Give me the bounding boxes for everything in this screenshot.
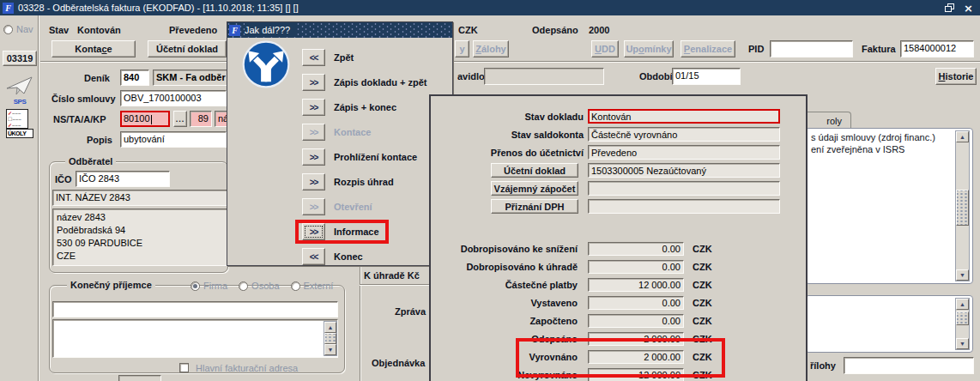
penalizace-button[interactable]: Penalizace: [681, 40, 735, 57]
prijemce-name-input[interactable]: [52, 301, 338, 318]
scroll-track[interactable]: [956, 142, 969, 269]
hlavni-adresa-checkbox[interactable]: [179, 363, 189, 372]
menu-arrow-button[interactable]: <<: [302, 49, 325, 66]
prijemce-scrollbar[interactable]: ▲ ▼: [324, 321, 337, 356]
popup-menu-item[interactable]: << Konec: [299, 248, 369, 265]
prijemce-address-textarea[interactable]: [52, 319, 338, 358]
window-titlebar: F 03328 - Odběratelská faktura (EKODFAD)…: [0, 0, 980, 15]
doc-row-button[interactable]: Přiznání DPH: [491, 199, 578, 214]
ns-lookup-button[interactable]: ...: [173, 111, 187, 127]
menu-arrow-button[interactable]: >>: [302, 99, 325, 116]
popup-menu-item[interactable]: >> Kontace: [299, 124, 377, 141]
radio-icon[interactable]: [291, 281, 300, 291]
scroll-track[interactable]: [324, 333, 336, 344]
kontace-button[interactable]: Kontace: [51, 40, 136, 57]
obdobi-field[interactable]: 01/15: [672, 68, 741, 85]
cut-button-fragment[interactable]: y: [455, 40, 469, 57]
popup-menu-item[interactable]: >> Rozpis úhrad: [299, 173, 400, 190]
amount-row-value: 0.00: [588, 242, 684, 256]
popup-icon: F: [229, 25, 240, 36]
amount-currency: CZK: [693, 280, 712, 290]
kontroly-listbox[interactable]: s údaji smlouvy (zdroj financ.)ení zveře…: [805, 128, 973, 284]
historie-button[interactable]: Historie: [935, 68, 977, 85]
pravidlo-field: [484, 68, 604, 85]
popis-field[interactable]: ubytování: [120, 131, 227, 148]
pid-label: PID: [748, 44, 764, 54]
menu-arrow-button[interactable]: <<: [302, 248, 325, 265]
status-row: Stav saldokonta Částečně vyrovnáno: [431, 125, 806, 143]
prijemce-radio-item[interactable]: Osoba: [239, 281, 279, 291]
app-window: { "titlebar": { "icon": "F", "title": "0…: [0, 0, 980, 381]
scroll-track[interactable]: [956, 310, 969, 338]
doc-row-button[interactable]: Vzájemný zápočet: [491, 181, 578, 196]
scroll-up-icon[interactable]: ▲: [324, 322, 336, 333]
nav-radio-group[interactable]: Nav: [3, 24, 33, 34]
prilohy-scrollbar[interactable]: ▲ ▼: [955, 298, 970, 350]
zalohy-button[interactable]: Zálohy: [473, 40, 509, 57]
menu-arrow-button[interactable]: >>: [302, 124, 325, 141]
sps-button[interactable]: SPS: [5, 76, 34, 106]
radio-icon[interactable]: [239, 281, 248, 291]
menu-arrow-button[interactable]: >>: [302, 148, 325, 166]
denik-code-field[interactable]: 840: [120, 70, 149, 86]
popup-menu-item[interactable]: >> Zápis + konec: [299, 99, 402, 116]
app-icon: F: [3, 3, 14, 14]
popup-menu-item[interactable]: >> Zápis dokladu + zpět: [299, 74, 433, 91]
page-number-button[interactable]: 03319: [3, 51, 37, 66]
scroll-thumb[interactable]: [956, 190, 969, 226]
ns-code-field[interactable]: 89: [190, 111, 212, 127]
popup-menu-item[interactable]: >> Informace: [299, 223, 385, 240]
scroll-up-icon[interactable]: ▲: [956, 299, 969, 310]
radio-label: Externí: [304, 281, 334, 291]
menu-arrow-button[interactable]: >>: [302, 173, 325, 190]
prilohy-textarea[interactable]: [805, 295, 973, 353]
scroll-up-icon[interactable]: ▲: [956, 131, 969, 142]
menu-arrow-button[interactable]: >>: [302, 74, 325, 91]
prevedeno-label: Převedeno: [169, 25, 217, 35]
ns-field[interactable]: 80100: [120, 111, 170, 127]
menu-item-label: Zápis + konec: [334, 102, 396, 112]
close-icon[interactable]: ×: [964, 3, 973, 14]
toolbar-divider: [40, 61, 980, 63]
menu-arrow-button[interactable]: >>: [302, 223, 325, 240]
sps-label: SPS: [5, 98, 34, 106]
stav-label: Stav: [49, 25, 69, 35]
nav-radio[interactable]: [3, 25, 13, 34]
kontroly-scrollbar[interactable]: ▲ ▼: [955, 130, 970, 281]
objednavka-label: Objednávka: [372, 358, 425, 368]
radio-icon[interactable]: [191, 281, 200, 291]
scroll-down-icon[interactable]: ▼: [956, 269, 969, 281]
doc-row-button[interactable]: Účetní doklad: [491, 163, 578, 178]
udd-button[interactable]: UDD: [591, 40, 619, 57]
informace-panel: Stav dokladu Kontován Stav saldokonta Čá…: [429, 94, 808, 381]
prijemce-radio-item[interactable]: Externí: [291, 281, 334, 291]
paper-plane-icon: [6, 76, 33, 96]
vyrovnano-highlight-box: [516, 338, 725, 378]
status-row-label: Stav saldokonta: [431, 130, 584, 140]
pid-input[interactable]: [770, 40, 853, 57]
scroll-thumb[interactable]: [956, 311, 969, 325]
upominky-button[interactable]: Upomínky: [624, 40, 674, 57]
menu-arrow-button[interactable]: >>: [302, 198, 325, 215]
ico-label: IČO: [55, 174, 72, 184]
penalizace-post: enalizace: [690, 44, 732, 54]
prijemce-radio-item[interactable]: Firma: [191, 281, 227, 291]
ico-field[interactable]: IČO 2843: [76, 171, 170, 187]
scroll-thumb[interactable]: [324, 333, 336, 344]
scroll-down-icon[interactable]: ▼: [956, 338, 969, 349]
ucetni-doklad-toolbar-button[interactable]: Účetní doklad: [148, 40, 227, 57]
scroll-down-icon[interactable]: ▼: [324, 344, 336, 355]
nav-label: Nav: [16, 24, 33, 34]
kontroly-item[interactable]: s údaji smlouvy (zdroj financ.): [808, 131, 971, 143]
popup-menu-item[interactable]: << Zpět: [299, 49, 360, 66]
upominky-accel: o: [638, 44, 644, 54]
prilohy-input[interactable]: [844, 357, 974, 374]
popup-menu-item[interactable]: >> Otevření: [299, 198, 378, 215]
ukoly-button[interactable]: ✓−−− ☐−−− ✓−−− ÚKOLY: [6, 109, 33, 138]
popup-menu-item[interactable]: >> Prohlížení kontace: [299, 148, 423, 166]
faktura-field[interactable]: 1584000012: [900, 40, 974, 57]
kontroly-item[interactable]: ení zveřejněna v ISRS: [808, 143, 971, 155]
cislo-smlouvy-field[interactable]: OBV_1700100003: [120, 90, 227, 106]
restore-icon[interactable]: [945, 3, 954, 12]
popup-titlebar[interactable]: F Jak dál???: [227, 22, 452, 38]
